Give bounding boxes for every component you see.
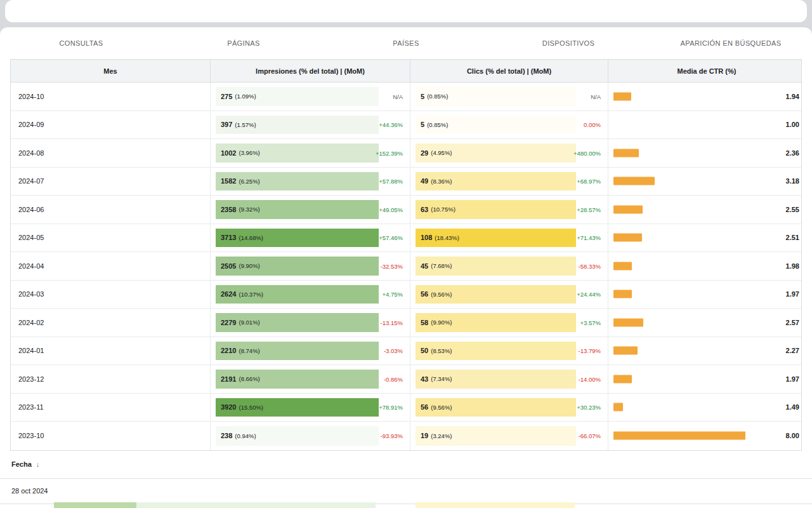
impresiones-heat-bar: 275(1.09%) (216, 87, 379, 106)
column-header-mes[interactable]: Mes (11, 60, 211, 82)
ctr-cell: 2.55 (608, 196, 805, 224)
mes-cell: 2023-12 (11, 365, 211, 393)
report-card: CONSULTAS PÁGINAS PAÍSES DISPOSITIVOS AP… (0, 27, 812, 508)
sort-descending-icon[interactable]: ↓ (36, 460, 40, 468)
clics-mom: -66.07% (579, 432, 601, 439)
clics-value: 45 (421, 262, 428, 270)
impresiones-pct-total: (0.94%) (235, 432, 256, 439)
table-row[interactable]: 2023-122191(8.66%)-0.86%43(7.34%)-14.00%… (11, 365, 801, 394)
clics-mom: +68.97% (577, 178, 601, 185)
clics-cell: 29(4.95%)+480.00% (410, 139, 608, 167)
table-row[interactable]: 2024-10275(1.09%)N/A5(0.85%)N/A1.94 (11, 83, 801, 111)
impresiones-value: 238 (221, 432, 232, 439)
impresiones-pct-total: (1.09%) (235, 93, 256, 100)
ctr-value: 8.00 (786, 432, 799, 439)
table-row[interactable]: 2024-032624(10.37%)+4.75%56(9.56%)+24.44… (11, 281, 801, 309)
date-range-row[interactable]: 28 oct 2024 (0, 479, 812, 504)
impresiones-value: 2279 (221, 319, 236, 326)
table-row[interactable]: 2024-022279(9.01%)-13.15%58(9.90%)+3.57%… (11, 309, 801, 337)
impresiones-cell: 2624(10.37%)+4.75% (211, 281, 410, 309)
table-row[interactable]: 2024-012210(8.74%)-3.03%50(8.53%)-13.79%… (11, 337, 801, 366)
ctr-value: 1.98 (786, 262, 799, 270)
tab-aparicion-busquedas[interactable]: APARICIÓN EN BÚSQUEDAS (650, 39, 812, 47)
sort-field-row[interactable]: Fecha ↓ (0, 451, 812, 479)
table-row[interactable]: 2024-053713(14.68%)+57.46%108(18.43%)+71… (11, 224, 801, 253)
mes-cell: 2024-07 (11, 168, 211, 196)
clics-cell: 5(0.85%)0.00% (410, 111, 608, 139)
ctr-value: 3.18 (786, 177, 799, 185)
ctr-cell: 1.94 (608, 83, 805, 110)
clics-mom: +71.43% (577, 234, 601, 241)
impresiones-pct-total: (15.50%) (239, 404, 263, 411)
impresiones-cell: 275(1.09%)N/A (211, 83, 410, 110)
clics-cell: 58(9.90%)+3.57% (410, 309, 608, 337)
table-row[interactable]: 2024-09397(1.57%)+44.36%5(0.85%)0.00%1.0… (11, 111, 801, 140)
impresiones-value: 2505 (221, 262, 236, 270)
ctr-value: 1.97 (786, 290, 799, 298)
clics-cell: 19(3.24%)-66.07% (410, 422, 608, 450)
column-header-clics[interactable]: Clics (% del total) | (MoM) (410, 60, 608, 82)
impresiones-heat-bar: 1582(6.25%) (216, 172, 379, 191)
clics-mom: +480.00% (573, 149, 601, 156)
ctr-data-bar (613, 92, 631, 100)
table-row[interactable]: 2024-042505(9.90%)-32.53%45(7.68%)-58.33… (11, 252, 801, 281)
column-header-impresiones[interactable]: Impresiones (% del total) | (MoM) (211, 60, 410, 82)
impresiones-heat-bar: 1002(3.96%) (216, 144, 379, 163)
ctr-value: 1.97 (786, 375, 799, 383)
impresiones-value: 3920 (221, 403, 236, 411)
impresiones-heat-bar: 2279(9.01%) (216, 313, 379, 332)
impresiones-cell: 2210(8.74%)-3.03% (211, 337, 410, 365)
clics-cell: 43(7.34%)-14.00% (410, 365, 608, 393)
ctr-cell: 2.51 (608, 224, 805, 252)
table-row[interactable]: 2023-113920(15.50%)+78.91%56(9.56%)+30.2… (11, 394, 801, 422)
impresiones-mom: -32.53% (381, 262, 403, 269)
table-row[interactable]: 2023-10238(0.94%)-93.93%19(3.24%)-66.07%… (11, 422, 801, 450)
sort-field-label: Fecha (11, 460, 32, 468)
clics-heat-bar: 63(10.75%) (416, 200, 576, 219)
tab-dispositivos[interactable]: DISPOSITIVOS (487, 39, 650, 47)
mes-cell: 2023-10 (11, 422, 211, 450)
clics-mom: 0.00% (584, 121, 601, 128)
tab-paises[interactable]: PAÍSES (325, 39, 487, 47)
clics-mom: +24.44% (577, 291, 601, 298)
impresiones-mom: N/A (393, 93, 403, 100)
impresiones-cell: 3920(15.50%)+78.91% (211, 394, 410, 422)
table-row[interactable]: 2024-062358(9.32%)+49.05%63(10.75%)+28.5… (11, 196, 801, 224)
tab-paginas[interactable]: PÁGINAS (162, 39, 325, 47)
clics-pct-total: (9.56%) (431, 291, 452, 298)
impresiones-heat-bar: 238(0.94%) (216, 426, 379, 446)
clics-mom: -13.79% (579, 347, 601, 354)
impresiones-mom: -0.86% (384, 375, 403, 382)
clics-value: 63 (421, 206, 428, 213)
ctr-cell: 3.18 (608, 168, 805, 196)
clics-value: 43 (421, 375, 428, 383)
ctr-cell: 1.97 (608, 365, 805, 393)
impresiones-cell: 2191(8.66%)-0.86% (211, 365, 410, 393)
impresiones-value: 1582 (221, 177, 236, 185)
impresiones-cell: 1002(3.96%)+152.39% (211, 139, 410, 167)
impresiones-value: 2358 (221, 206, 236, 213)
column-header-ctr[interactable]: Media de CTR (%) (608, 60, 805, 82)
clics-cell: 56(9.56%)+30.23% (410, 394, 608, 422)
mes-cell: 2024-02 (11, 309, 211, 337)
ctr-cell: 2.57 (608, 309, 805, 337)
impresiones-heat-bar: 2191(8.66%) (216, 370, 379, 389)
impresiones-cell: 2358(9.32%)+49.05% (211, 196, 410, 224)
impresiones-cell: 3713(14.68%)+57.46% (211, 224, 410, 252)
ctr-value: 1.94 (786, 93, 799, 100)
clics-mom: +3.57% (580, 319, 601, 326)
clics-cell: 5(0.85%)N/A (410, 83, 608, 110)
impresiones-cell: 238(0.94%)-93.93% (211, 422, 410, 450)
ctr-cell: 8.00 (608, 422, 805, 450)
ctr-data-bar (613, 205, 643, 213)
impresiones-mom: +152.39% (376, 149, 403, 156)
impresiones-heat-bar: 2358(9.32%) (216, 200, 379, 219)
clics-value: 49 (421, 177, 428, 185)
impresiones-heat-bar: 397(1.57%) (216, 116, 379, 135)
table-row[interactable]: 2024-081002(3.96%)+152.39%29(4.95%)+480.… (11, 139, 801, 168)
cutoff-next-table-row (0, 502, 812, 508)
impresiones-heat-bar: 3920(15.50%) (216, 398, 379, 417)
table-row[interactable]: 2024-071582(6.25%)+57.88%49(8.36%)+68.97… (11, 168, 801, 196)
mes-cell: 2023-11 (11, 394, 211, 422)
tab-consultas[interactable]: CONSULTAS (0, 39, 162, 47)
